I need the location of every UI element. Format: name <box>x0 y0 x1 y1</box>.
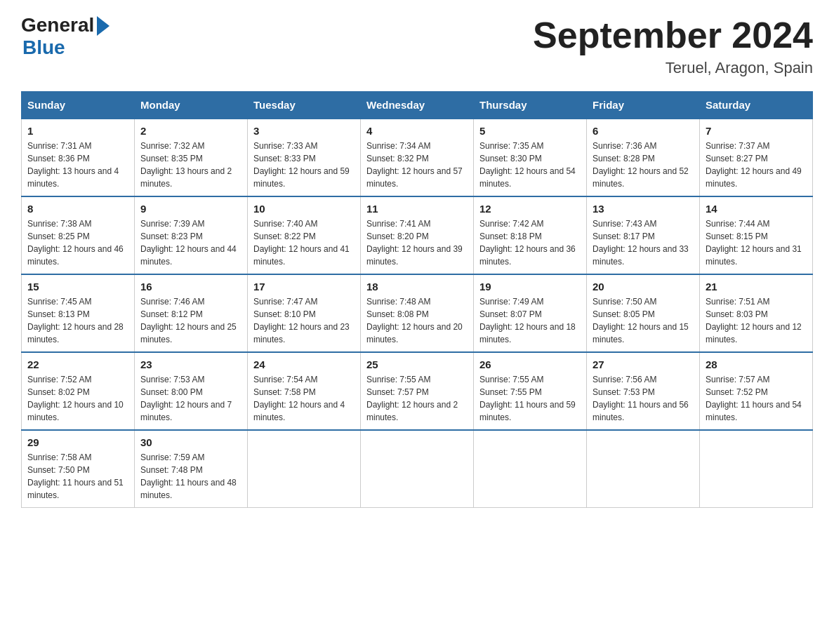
day-info: Sunrise: 7:42 AMSunset: 8:18 PMDaylight:… <box>479 219 576 267</box>
calendar-cell: 2 Sunrise: 7:32 AMSunset: 8:35 PMDayligh… <box>135 119 248 196</box>
calendar-cell: 1 Sunrise: 7:31 AMSunset: 8:36 PMDayligh… <box>22 119 135 196</box>
calendar-cell: 28 Sunrise: 7:57 AMSunset: 7:52 PMDaylig… <box>700 352 813 430</box>
day-header-monday: Monday <box>135 92 248 119</box>
day-info: Sunrise: 7:41 AMSunset: 8:20 PMDaylight:… <box>366 219 463 267</box>
day-info: Sunrise: 7:34 AMSunset: 8:32 PMDaylight:… <box>366 141 463 189</box>
day-header-wednesday: Wednesday <box>361 92 474 119</box>
day-info: Sunrise: 7:38 AMSunset: 8:25 PMDaylight:… <box>27 219 124 267</box>
day-number: 1 <box>27 125 128 137</box>
day-number: 4 <box>366 125 468 137</box>
calendar-cell: 8 Sunrise: 7:38 AMSunset: 8:25 PMDayligh… <box>22 196 135 274</box>
day-number: 27 <box>593 358 694 370</box>
day-info: Sunrise: 7:52 AMSunset: 8:02 PMDaylight:… <box>27 375 124 422</box>
day-number: 5 <box>479 125 581 137</box>
calendar-cell: 18 Sunrise: 7:48 AMSunset: 8:08 PMDaylig… <box>361 274 474 352</box>
day-number: 7 <box>706 125 807 137</box>
page-header: General Blue September 2024 Teruel, Arag… <box>21 14 813 77</box>
calendar-cell: 23 Sunrise: 7:53 AMSunset: 8:00 PMDaylig… <box>135 352 248 430</box>
day-info: Sunrise: 7:51 AMSunset: 8:03 PMDaylight:… <box>706 297 802 344</box>
day-number: 6 <box>593 125 694 137</box>
day-header-thursday: Thursday <box>474 92 587 119</box>
calendar-week-row: 15 Sunrise: 7:45 AMSunset: 8:13 PMDaylig… <box>22 274 813 352</box>
calendar-cell: 17 Sunrise: 7:47 AMSunset: 8:10 PMDaylig… <box>248 274 361 352</box>
calendar-cell <box>361 430 474 508</box>
day-header-sunday: Sunday <box>22 92 135 119</box>
calendar-cell: 16 Sunrise: 7:46 AMSunset: 8:12 PMDaylig… <box>135 274 248 352</box>
day-info: Sunrise: 7:54 AMSunset: 7:58 PMDaylight:… <box>253 375 345 422</box>
calendar-cell: 13 Sunrise: 7:43 AMSunset: 8:17 PMDaylig… <box>587 196 700 274</box>
day-info: Sunrise: 7:48 AMSunset: 8:08 PMDaylight:… <box>366 297 463 344</box>
logo-general-text: General <box>21 14 94 36</box>
day-number: 30 <box>140 436 241 448</box>
calendar-cell <box>248 430 361 508</box>
calendar-cell: 11 Sunrise: 7:41 AMSunset: 8:20 PMDaylig… <box>361 196 474 274</box>
day-info: Sunrise: 7:55 AMSunset: 7:57 PMDaylight:… <box>366 375 458 422</box>
calendar-table: SundayMondayTuesdayWednesdayThursdayFrid… <box>21 91 813 508</box>
day-number: 20 <box>593 281 694 293</box>
day-header-tuesday: Tuesday <box>248 92 361 119</box>
logo-blue-text: Blue <box>22 36 65 59</box>
day-info: Sunrise: 7:49 AMSunset: 8:07 PMDaylight:… <box>479 297 576 344</box>
day-number: 11 <box>366 203 468 215</box>
calendar-cell: 30 Sunrise: 7:59 AMSunset: 7:48 PMDaylig… <box>135 430 248 508</box>
day-info: Sunrise: 7:40 AMSunset: 8:22 PMDaylight:… <box>253 219 350 267</box>
day-number: 23 <box>140 358 241 370</box>
calendar-cell: 5 Sunrise: 7:35 AMSunset: 8:30 PMDayligh… <box>474 119 587 196</box>
day-number: 29 <box>27 436 128 448</box>
calendar-cell: 6 Sunrise: 7:36 AMSunset: 8:28 PMDayligh… <box>587 119 700 196</box>
day-info: Sunrise: 7:43 AMSunset: 8:17 PMDaylight:… <box>593 219 689 267</box>
calendar-cell: 14 Sunrise: 7:44 AMSunset: 8:15 PMDaylig… <box>700 196 813 274</box>
day-number: 2 <box>140 125 241 137</box>
calendar-cell: 19 Sunrise: 7:49 AMSunset: 8:07 PMDaylig… <box>474 274 587 352</box>
calendar-cell: 12 Sunrise: 7:42 AMSunset: 8:18 PMDaylig… <box>474 196 587 274</box>
day-info: Sunrise: 7:56 AMSunset: 7:53 PMDaylight:… <box>593 375 689 422</box>
calendar-cell <box>474 430 587 508</box>
day-info: Sunrise: 7:33 AMSunset: 8:33 PMDaylight:… <box>253 141 350 189</box>
day-info: Sunrise: 7:45 AMSunset: 8:13 PMDaylight:… <box>27 297 124 344</box>
day-info: Sunrise: 7:53 AMSunset: 8:00 PMDaylight:… <box>140 375 232 422</box>
day-number: 10 <box>253 203 355 215</box>
calendar-week-row: 22 Sunrise: 7:52 AMSunset: 8:02 PMDaylig… <box>22 352 813 430</box>
day-number: 26 <box>479 358 581 370</box>
title-area: September 2024 Teruel, Aragon, Spain <box>533 14 813 77</box>
day-number: 22 <box>27 358 128 370</box>
calendar-title: September 2024 <box>533 14 813 56</box>
calendar-cell: 15 Sunrise: 7:45 AMSunset: 8:13 PMDaylig… <box>22 274 135 352</box>
day-number: 3 <box>253 125 355 137</box>
day-info: Sunrise: 7:59 AMSunset: 7:48 PMDaylight:… <box>140 452 237 500</box>
day-number: 15 <box>27 281 128 293</box>
day-info: Sunrise: 7:35 AMSunset: 8:30 PMDaylight:… <box>479 141 576 189</box>
calendar-header-row: SundayMondayTuesdayWednesdayThursdayFrid… <box>22 92 813 119</box>
day-number: 14 <box>706 203 807 215</box>
day-info: Sunrise: 7:46 AMSunset: 8:12 PMDaylight:… <box>140 297 237 344</box>
day-info: Sunrise: 7:37 AMSunset: 8:27 PMDaylight:… <box>706 141 802 189</box>
calendar-cell: 9 Sunrise: 7:39 AMSunset: 8:23 PMDayligh… <box>135 196 248 274</box>
day-header-saturday: Saturday <box>700 92 813 119</box>
calendar-cell: 10 Sunrise: 7:40 AMSunset: 8:22 PMDaylig… <box>248 196 361 274</box>
calendar-cell: 24 Sunrise: 7:54 AMSunset: 7:58 PMDaylig… <box>248 352 361 430</box>
calendar-cell: 29 Sunrise: 7:58 AMSunset: 7:50 PMDaylig… <box>22 430 135 508</box>
day-info: Sunrise: 7:39 AMSunset: 8:23 PMDaylight:… <box>140 219 237 267</box>
day-number: 9 <box>140 203 241 215</box>
day-info: Sunrise: 7:36 AMSunset: 8:28 PMDaylight:… <box>593 141 689 189</box>
logo: General Blue <box>21 14 110 59</box>
calendar-cell: 22 Sunrise: 7:52 AMSunset: 8:02 PMDaylig… <box>22 352 135 430</box>
day-number: 12 <box>479 203 581 215</box>
day-info: Sunrise: 7:50 AMSunset: 8:05 PMDaylight:… <box>593 297 689 344</box>
day-info: Sunrise: 7:58 AMSunset: 7:50 PMDaylight:… <box>27 452 124 500</box>
calendar-cell: 26 Sunrise: 7:55 AMSunset: 7:55 PMDaylig… <box>474 352 587 430</box>
calendar-cell <box>587 430 700 508</box>
calendar-cell: 27 Sunrise: 7:56 AMSunset: 7:53 PMDaylig… <box>587 352 700 430</box>
day-info: Sunrise: 7:57 AMSunset: 7:52 PMDaylight:… <box>706 375 802 422</box>
day-info: Sunrise: 7:47 AMSunset: 8:10 PMDaylight:… <box>253 297 350 344</box>
day-info: Sunrise: 7:32 AMSunset: 8:35 PMDaylight:… <box>140 141 232 189</box>
calendar-cell: 4 Sunrise: 7:34 AMSunset: 8:32 PMDayligh… <box>361 119 474 196</box>
calendar-week-row: 29 Sunrise: 7:58 AMSunset: 7:50 PMDaylig… <box>22 430 813 508</box>
calendar-cell <box>700 430 813 508</box>
calendar-week-row: 8 Sunrise: 7:38 AMSunset: 8:25 PMDayligh… <box>22 196 813 274</box>
day-number: 25 <box>366 358 468 370</box>
day-header-friday: Friday <box>587 92 700 119</box>
day-number: 8 <box>27 203 128 215</box>
day-number: 17 <box>253 281 355 293</box>
day-number: 24 <box>253 358 355 370</box>
